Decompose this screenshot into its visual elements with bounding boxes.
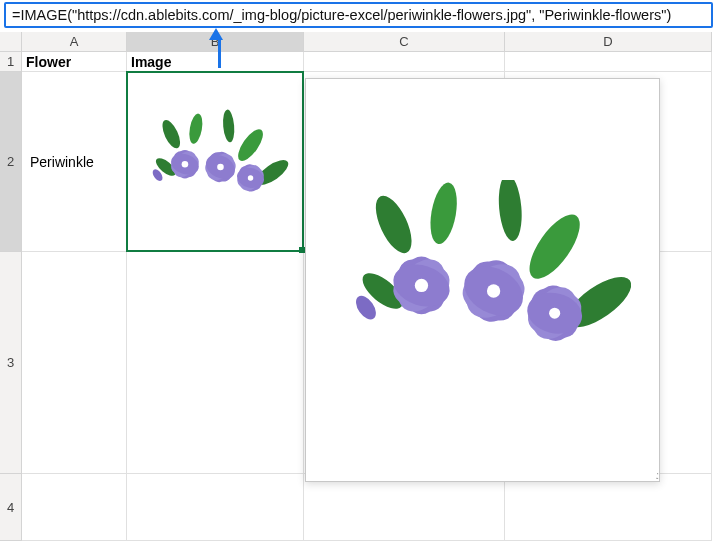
row-1: 1 Flower Image	[0, 52, 717, 72]
row-header-4[interactable]: 4	[0, 474, 22, 541]
svg-point-11	[182, 161, 189, 168]
spreadsheet-grid: A B C D 1 Flower Image 2 Periwinkle	[0, 32, 717, 541]
svg-point-48	[549, 308, 560, 319]
cell-B2[interactable]	[127, 72, 304, 252]
cell-C1[interactable]	[304, 52, 505, 72]
cell-D1[interactable]	[505, 52, 712, 72]
svg-point-27	[496, 180, 524, 242]
svg-point-42	[487, 284, 500, 297]
svg-point-28	[520, 207, 589, 287]
row-header-1[interactable]: 1	[0, 52, 22, 72]
svg-point-23	[248, 175, 253, 180]
cell-C4[interactable]	[304, 474, 505, 541]
col-header-B[interactable]: B	[127, 32, 304, 52]
periwinkle-image-icon	[133, 78, 297, 245]
svg-point-3	[234, 125, 268, 164]
svg-point-26	[426, 181, 461, 246]
col-header-D[interactable]: D	[505, 32, 712, 52]
column-headers: A B C D	[0, 32, 717, 52]
cell-A4[interactable]	[22, 474, 127, 541]
svg-point-25	[368, 191, 418, 259]
col-header-A[interactable]: A	[22, 32, 127, 52]
cell-A1[interactable]: Flower	[22, 52, 127, 72]
svg-point-2	[222, 109, 236, 143]
cell-A2[interactable]: Periwinkle	[22, 72, 127, 252]
formula-bar[interactable]: =IMAGE("https://cdn.ablebits.com/_img-bl…	[4, 2, 713, 28]
cell-B1[interactable]: Image	[127, 52, 304, 72]
row-header-2[interactable]: 2	[0, 72, 22, 252]
svg-point-17	[217, 164, 224, 171]
col-header-C[interactable]: C	[304, 32, 505, 52]
svg-point-36	[415, 279, 428, 292]
cell-D4[interactable]	[505, 474, 712, 541]
image-preview-card[interactable]: .:	[305, 78, 660, 482]
cell-B4[interactable]	[127, 474, 304, 541]
row-header-3[interactable]: 3	[0, 252, 22, 474]
svg-point-1	[187, 113, 204, 145]
cell-A3[interactable]	[22, 252, 127, 474]
resize-grip-icon[interactable]: .:	[655, 473, 657, 479]
select-all-corner[interactable]	[0, 32, 22, 52]
periwinkle-preview-icon	[316, 180, 649, 380]
svg-point-0	[159, 118, 184, 151]
cell-B3[interactable]	[127, 252, 304, 474]
row-4: 4	[0, 474, 717, 541]
formula-text: =IMAGE("https://cdn.ablebits.com/_img-bl…	[12, 7, 671, 23]
